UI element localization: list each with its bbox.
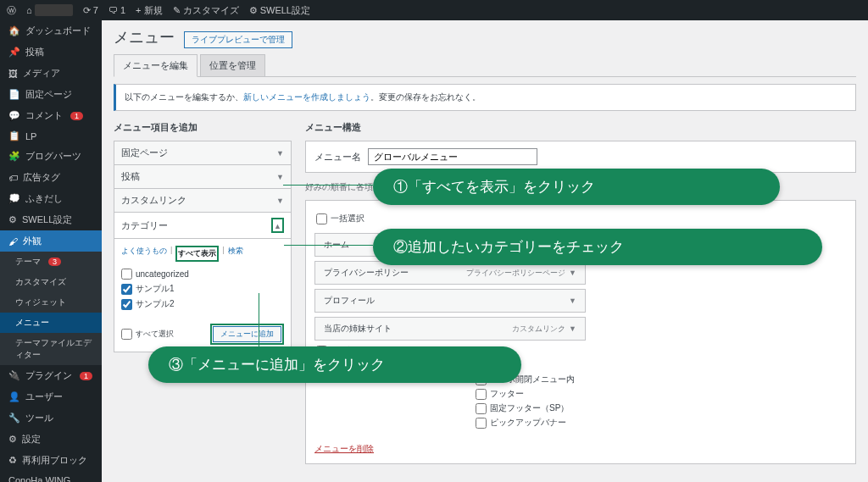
customize-link[interactable]: ✎ カスタマイズ	[173, 4, 239, 17]
menu-name-input[interactable]	[368, 148, 537, 165]
menu-name-label: メニュー名	[314, 151, 361, 163]
chk-uncategorized[interactable]	[121, 269, 132, 280]
sidebar-item-lp[interactable]: 📋 LP	[0, 126, 102, 146]
chevron-down-icon: ▼	[569, 296, 576, 305]
themes-badge: 3	[48, 258, 61, 266]
accordion-categories: カテゴリー▲ よく使うもの | すべて表示 | 検索 uncategorized…	[114, 212, 292, 352]
wp-logo-icon[interactable]: ⓦ	[7, 4, 16, 17]
sidebar-item-reusable[interactable]: ♻ 再利用ブロック	[0, 450, 102, 471]
accordion-pages[interactable]: 固定ページ▼	[114, 141, 292, 165]
admin-sidebar: 🏠 ダッシュボード 📌 投稿 🖼 メディア 📄 固定ページ 💬 コメント1 📋 …	[0, 20, 102, 482]
chk-pickup[interactable]	[476, 418, 487, 429]
accordion-posts[interactable]: 投稿▼	[114, 164, 292, 189]
menu-structure-heading: メニュー構造	[305, 121, 856, 134]
chevron-up-icon: ▲	[274, 222, 281, 230]
chevron-down-icon: ▼	[569, 269, 576, 277]
subtab-recent[interactable]: よく使うもの	[121, 246, 167, 262]
accordion-custom-links[interactable]: カスタムリンク▼	[114, 188, 292, 213]
sidebar-item-posts[interactable]: 📌 投稿	[0, 42, 102, 63]
annotation-2: ②追加したいカテゴリーをチェック	[373, 229, 822, 265]
sidebar-item-users[interactable]: 👤 ユーザー	[0, 386, 102, 407]
new-button[interactable]: + 新規	[136, 4, 162, 17]
sidebar-subitem-widgets[interactable]: ウィジェット	[0, 292, 102, 313]
sidebar-item-plugins[interactable]: 🔌 プラグイン1	[0, 365, 102, 386]
create-new-menu-link[interactable]: 新しいメニューを作成しましょう	[243, 92, 370, 102]
chk-select-all[interactable]	[121, 329, 132, 340]
sidebar-item-media[interactable]: 🖼 メディア	[0, 63, 102, 84]
add-to-menu-button[interactable]: メニューに追加	[213, 326, 281, 342]
chevron-down-icon: ▼	[276, 149, 284, 158]
sidebar-item-fukidashi[interactable]: 💭 ふきだし	[0, 188, 102, 209]
sidebar-item-swell[interactable]: ⚙ SWELL設定	[0, 209, 102, 230]
chk-footer[interactable]	[476, 389, 487, 400]
annotation-3: ③「メニューに追加」をクリック	[148, 346, 521, 383]
add-items-heading: メニュー項目を追加	[114, 121, 292, 134]
chevron-down-icon: ▼	[276, 173, 284, 181]
swell-link[interactable]: ⚙ SWELL設定	[249, 4, 310, 17]
sidebar-item-dashboard[interactable]: 🏠 ダッシュボード	[0, 20, 102, 42]
pointer-2	[284, 245, 373, 246]
tabs: メニューを編集 位置を管理	[114, 54, 856, 77]
plugins-badge: 1	[80, 372, 92, 380]
sidebar-subitem-theme-editor[interactable]: テーマファイルエディター	[0, 333, 102, 365]
comments-badge: 1	[70, 112, 83, 120]
accordion-categories-header[interactable]: カテゴリー▲	[114, 213, 291, 239]
subtab-search[interactable]: 検索	[228, 246, 243, 262]
admin-topbar: ⓦ ⌂ ⟳ 7 🗨 1 + 新規 ✎ カスタマイズ ⚙ SWELL設定	[0, 0, 868, 20]
chevron-down-icon: ▼	[276, 197, 284, 205]
pointer-1	[283, 185, 373, 186]
chk-mass-select-top[interactable]	[316, 213, 327, 224]
sidebar-item-settings[interactable]: ⚙ 設定	[0, 429, 102, 450]
chk-sample2[interactable]	[121, 299, 132, 310]
pointer-3	[259, 293, 259, 346]
sidebar-item-ad-tags[interactable]: 🏷 広告タグ	[0, 167, 102, 188]
sidebar-item-conoha[interactable]: ConoHa WING	[0, 471, 102, 482]
sidebar-subitem-themes[interactable]: テーマ3	[0, 252, 102, 272]
home-icon[interactable]: ⌂	[26, 4, 73, 17]
updates-indicator[interactable]: ⟳ 7	[83, 5, 98, 16]
sidebar-item-pages[interactable]: 📄 固定ページ	[0, 84, 102, 105]
menu-item-profile[interactable]: プロフィール ▼	[314, 289, 586, 313]
comments-indicator[interactable]: 🗨 1	[108, 5, 125, 15]
chk-fixed-footer[interactable]	[476, 403, 487, 414]
sidebar-item-appearance[interactable]: 🖌 外観	[0, 230, 102, 252]
notice-bar: 以下のメニューを編集するか、新しいメニューを作成しましょう。変更の保存をお忘れな…	[114, 84, 856, 111]
main-content: メニュー ライブプレビューで管理 メニューを編集 位置を管理 以下のメニューを編…	[102, 20, 868, 482]
chevron-down-icon: ▼	[569, 324, 576, 333]
sidebar-item-tools[interactable]: 🔧 ツール	[0, 407, 102, 429]
delete-menu-link[interactable]: メニューを削除	[314, 443, 374, 455]
live-preview-button[interactable]: ライブプレビューで管理	[184, 31, 292, 48]
page-title: メニュー	[114, 27, 175, 47]
chk-sample1[interactable]	[121, 284, 132, 295]
sidebar-item-comments[interactable]: 💬 コメント1	[0, 105, 102, 126]
tab-edit-menus[interactable]: メニューを編集	[114, 54, 198, 77]
annotation-1: ①「すべてを表示」をクリック	[373, 169, 780, 205]
sidebar-subitem-menus[interactable]: メニュー	[0, 313, 102, 333]
tab-manage-locations[interactable]: 位置を管理	[200, 54, 265, 76]
menu-item-sister[interactable]: 当店の姉妹サイト カスタムリンク ▼	[314, 317, 586, 341]
sidebar-item-blog-parts[interactable]: 🧩 ブログパーツ	[0, 146, 102, 167]
sidebar-subitem-customize[interactable]: カスタマイズ	[0, 272, 102, 292]
subtab-view-all[interactable]: すべて表示	[178, 249, 216, 258]
